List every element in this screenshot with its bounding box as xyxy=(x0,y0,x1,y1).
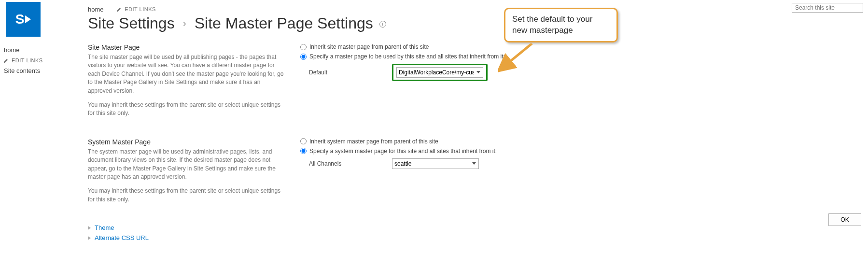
breadcrumb: home EDIT LINKS xyxy=(88,6,156,13)
pencil-icon xyxy=(117,7,122,12)
breadcrumb-home[interactable]: home xyxy=(88,6,104,13)
search-input[interactable] xyxy=(792,3,863,13)
page-title-suffix: Site Master Page Settings xyxy=(195,14,373,32)
edit-links-top[interactable]: EDIT LINKS xyxy=(117,6,156,12)
page-title: Site Settings › Site Master Page Setting… xyxy=(88,14,386,32)
logo-s-glyph: S xyxy=(15,12,25,27)
edit-links-top-label: EDIT LINKS xyxy=(125,6,156,12)
sharepoint-logo[interactable]: S xyxy=(6,2,41,37)
info-icon[interactable]: i xyxy=(379,21,386,28)
breadcrumb-caret-icon: › xyxy=(183,17,186,29)
callout-text: Set the default to your new masterpage xyxy=(512,14,592,35)
instruction-callout: Set the default to your new masterpage xyxy=(504,8,618,39)
logo-arrow-icon xyxy=(25,15,31,23)
page-title-prefix: Site Settings xyxy=(88,14,175,32)
